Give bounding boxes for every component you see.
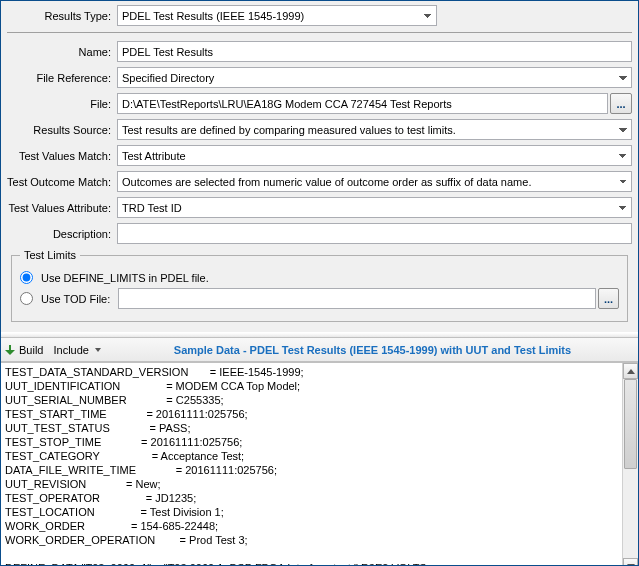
test-values-match-label: Test Values Match: [7,150,117,162]
ellipsis-icon: ... [604,293,613,305]
chevron-down-icon [95,348,101,352]
ellipsis-icon: ... [616,98,625,110]
build-arrow-down-icon [5,345,15,355]
test-values-match-select[interactable]: Test Attribute [117,145,632,166]
scroll-thumb[interactable] [624,379,637,469]
vertical-scrollbar[interactable] [622,363,638,566]
use-tod-file-label: Use TOD File: [41,293,110,305]
description-label: Description: [7,228,117,240]
name-label: Name: [7,46,117,58]
file-browse-button[interactable]: ... [610,93,632,114]
scroll-track[interactable] [623,379,638,558]
test-values-attribute-select[interactable]: TRD Test ID [117,197,632,218]
sample-toolbar: Build Include Sample Data - PDEL Test Re… [1,338,638,362]
name-input[interactable] [117,41,632,62]
results-source-select[interactable]: Test results are defined by comparing me… [117,119,632,140]
file-label: File: [7,98,117,110]
scroll-up-button[interactable] [623,363,638,379]
sample-data-text[interactable]: TEST_DATA_STANDARD_VERSION = IEEE-1545-1… [1,363,622,566]
file-reference-select[interactable]: Specified Directory [117,67,632,88]
test-limits-group: Test Limits Use DEFINE_LIMITS in PDEL fi… [11,249,628,322]
test-values-attribute-label: Test Values Attribute: [7,202,117,214]
tod-file-input[interactable] [118,288,596,309]
use-pdel-limits-label: Use DEFINE_LIMITS in PDEL file. [41,272,209,284]
test-outcome-match-label: Test Outcome Match: [7,176,117,188]
test-outcome-match-select[interactable]: Outcomes are selected from numeric value… [117,171,632,192]
use-tod-file-radio[interactable] [20,292,33,305]
test-limits-legend: Test Limits [20,249,80,261]
include-dropdown[interactable]: Include [53,344,100,356]
include-label: Include [53,344,88,356]
sample-data-panel: TEST_DATA_STANDARD_VERSION = IEEE-1545-1… [1,362,638,566]
results-type-label: Results Type: [7,10,117,22]
description-input[interactable] [117,223,632,244]
tod-file-browse-button[interactable]: ... [598,288,619,309]
sample-title: Sample Data - PDEL Test Results (IEEE 15… [111,344,634,356]
build-button[interactable]: Build [5,344,43,356]
caret-up-icon [627,369,635,374]
results-type-select[interactable]: PDEL Test Results (IEEE 1545-1999) [117,5,437,26]
build-label: Build [19,344,43,356]
results-source-label: Results Source: [7,124,117,136]
scroll-down-button[interactable] [623,558,638,566]
file-input[interactable] [117,93,608,114]
use-pdel-limits-radio[interactable] [20,271,33,284]
file-reference-label: File Reference: [7,72,117,84]
